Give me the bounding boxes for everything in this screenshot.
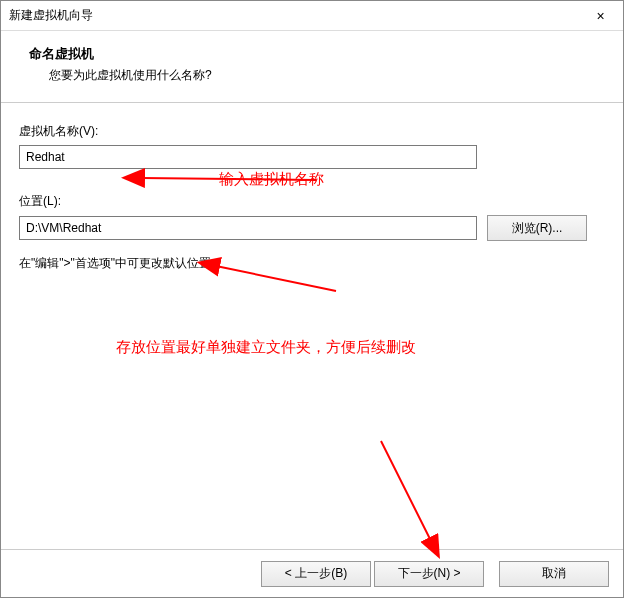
location-input[interactable] xyxy=(19,216,477,240)
annotation-arrow-next xyxy=(371,431,491,561)
page-title: 命名虚拟机 xyxy=(1,45,623,63)
svg-line-5 xyxy=(381,441,431,541)
vm-name-input[interactable] xyxy=(19,145,477,169)
window-title: 新建虚拟机向导 xyxy=(9,7,93,24)
wizard-header: 命名虚拟机 您要为此虚拟机使用什么名称? xyxy=(1,31,623,103)
titlebar: 新建虚拟机向导 × xyxy=(1,1,623,31)
back-button[interactable]: < 上一步(B) xyxy=(261,561,371,587)
location-label: 位置(L): xyxy=(19,193,605,210)
button-bar: < 上一步(B) 下一步(N) > 取消 xyxy=(1,549,623,597)
next-button[interactable]: 下一步(N) > xyxy=(374,561,484,587)
cancel-button[interactable]: 取消 xyxy=(499,561,609,587)
annotation-location-hint: 存放位置最好单独建立文件夹，方便后续删改 xyxy=(116,338,416,357)
close-button[interactable]: × xyxy=(578,1,623,31)
page-subtitle: 您要为此虚拟机使用什么名称? xyxy=(1,67,623,84)
vm-name-label: 虚拟机名称(V): xyxy=(19,123,605,140)
browse-button[interactable]: 浏览(R)... xyxy=(487,215,587,241)
close-icon: × xyxy=(596,8,604,24)
default-location-note: 在"编辑">"首选项"中可更改默认位置。 xyxy=(19,255,605,272)
